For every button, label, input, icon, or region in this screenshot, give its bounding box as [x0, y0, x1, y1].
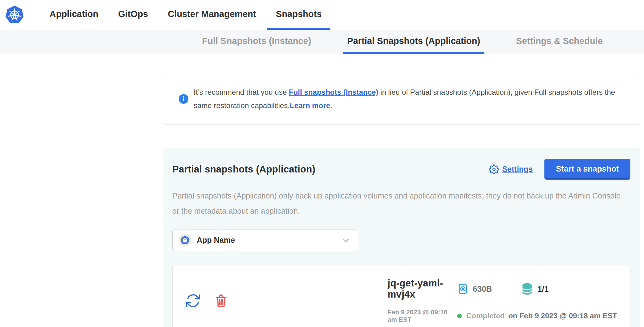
tab-partial-snapshots[interactable]: Partial Snapshots (Application)	[343, 30, 484, 54]
snapshot-row: jq-get-yaml-mvj4x 630B	[172, 266, 630, 327]
snapshot-volumes-value: 1/1	[538, 284, 549, 294]
start-snapshot-button[interactable]: Start a snapshot	[544, 159, 630, 180]
snapshot-size-value: 630B	[473, 284, 492, 294]
app-name-select[interactable]: App Name	[172, 229, 358, 251]
database-icon	[521, 282, 534, 296]
kubernetes-app-icon	[180, 236, 190, 245]
learn-more-link[interactable]: Learn more	[290, 101, 330, 110]
card-description: Partial snapshots (Application) only bac…	[172, 188, 629, 219]
snapshots-subnav: Full Snapshots (Instance) Partial Snapsh…	[0, 30, 644, 54]
status-finished-time: on Feb 9 2023 @ 09:18 am EST	[508, 312, 617, 320]
snapshot-actions	[185, 293, 388, 309]
snapshot-volumes: 1/1	[521, 282, 549, 296]
kubernetes-logo[interactable]	[5, 0, 24, 30]
status-dot-icon	[457, 314, 462, 318]
card-title: Partial snapshots (Application)	[172, 164, 489, 175]
gear-icon	[489, 164, 499, 174]
banner-text-part3: .	[330, 101, 333, 110]
info-icon: i	[179, 94, 188, 104]
app-badge	[178, 234, 191, 246]
trash-icon	[214, 293, 228, 308]
settings-link[interactable]: Settings	[489, 164, 533, 174]
tab-settings-schedule[interactable]: Settings & Schedule	[512, 30, 607, 54]
banner-text-part1: It’s recommend that you use	[194, 88, 289, 96]
disk-icon	[457, 282, 469, 296]
top-nav: Application GitOps Cluster Management Sn…	[0, 0, 644, 30]
settings-link-label: Settings	[502, 165, 533, 174]
info-banner: i It’s recommend that you use Full snaps…	[163, 73, 640, 125]
kubernetes-logo-icon	[5, 5, 24, 24]
restore-icon	[185, 293, 201, 309]
snapshot-status: Completed on Feb 9 2023 @ 09:18 am EST	[457, 312, 617, 320]
card-header: Partial snapshots (Application) Settings…	[172, 159, 630, 180]
banner-text: It’s recommend that you use Full snapsho…	[194, 85, 626, 112]
snapshot-name: jq-get-yaml-mvj4x	[388, 278, 457, 300]
full-snapshots-link[interactable]: Full snapshots (Instance)	[289, 88, 378, 96]
main-content: i It’s recommend that you use Full snaps…	[163, 73, 640, 327]
app-select-value: App Name	[197, 236, 235, 245]
nav-item-application[interactable]: Application	[41, 0, 107, 30]
delete-snapshot-button[interactable]	[214, 293, 228, 308]
select-divider	[334, 234, 334, 247]
nav-item-cluster-management[interactable]: Cluster Management	[159, 0, 265, 30]
nav-item-gitops[interactable]: GitOps	[109, 0, 157, 30]
partial-snapshots-card: Partial snapshots (Application) Settings…	[163, 148, 640, 327]
tab-full-snapshots[interactable]: Full Snapshots (Instance)	[198, 30, 316, 54]
snapshot-started-date: Feb 9 2023 @ 09:18 am EST	[388, 308, 457, 323]
snapshot-size: 630B	[457, 282, 492, 296]
status-label: Completed	[466, 312, 504, 320]
restore-snapshot-button[interactable]	[185, 293, 201, 309]
nav-item-snapshots[interactable]: Snapshots	[267, 0, 330, 30]
chevron-down-icon	[341, 236, 350, 245]
snapshot-stats: 630B 1/1	[457, 282, 617, 296]
